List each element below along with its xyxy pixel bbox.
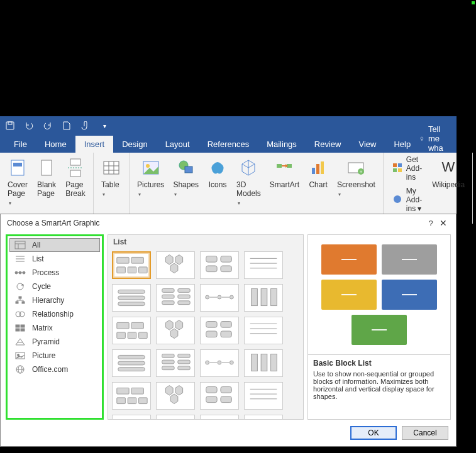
dialog-title: Choose a SmartArt Graphic (7, 219, 99, 227)
category-picture[interactable]: Picture (9, 349, 100, 363)
smartart-thumb[interactable] (156, 251, 195, 279)
blank-page-button[interactable]: BlankPage (33, 155, 60, 200)
touch-mode-icon[interactable] (80, 121, 91, 131)
smartart-dialog: Choose a SmartArt Graphic ? ✕ AllListPro… (0, 214, 457, 447)
svg-point-117 (230, 361, 233, 364)
my-addins-button[interactable]: My Add-ins ▾ (392, 187, 422, 213)
smartart-thumb[interactable] (156, 382, 195, 410)
svg-rect-109 (162, 366, 174, 370)
tab-review[interactable]: Review (306, 136, 350, 153)
chart-button[interactable]: Chart (304, 155, 332, 192)
smartart-thumb[interactable] (244, 349, 283, 377)
cycle-icon (14, 282, 26, 291)
icons-button[interactable]: Icons (204, 155, 231, 192)
svg-rect-94 (117, 332, 126, 339)
undo-icon[interactable] (24, 121, 34, 131)
smartart-thumb[interactable] (112, 415, 151, 419)
new-doc-icon[interactable] (62, 121, 72, 131)
category-list: AllListProcessCycleHierarchyRelationship… (9, 238, 100, 376)
svg-rect-9 (104, 161, 119, 174)
smartart-thumb[interactable] (244, 317, 283, 344)
category-list[interactable]: List (9, 252, 100, 266)
svg-rect-111 (178, 360, 190, 364)
svg-rect-93 (131, 322, 143, 329)
cancel-button[interactable]: Cancel (402, 426, 448, 440)
svg-rect-98 (221, 322, 231, 328)
smartart-thumb[interactable] (156, 284, 195, 312)
smartart-thumb[interactable] (244, 382, 283, 410)
tab-home[interactable]: Home (36, 136, 75, 153)
tab-file[interactable]: File (5, 136, 36, 153)
ok-button[interactable]: OK (350, 426, 397, 440)
smartart-thumb[interactable] (112, 284, 151, 312)
category-officecom[interactable]: Office.com (9, 363, 100, 376)
smartart-thumb[interactable] (200, 349, 239, 377)
svg-rect-45 (16, 302, 18, 303)
svg-rect-127 (221, 387, 231, 393)
smartart-button[interactable]: SmartArt (266, 155, 303, 192)
wikipedia-button[interactable]: WWikipedia (428, 155, 468, 192)
3d-models-button[interactable]: 3DModels (233, 155, 265, 209)
category-all[interactable]: All (9, 238, 100, 252)
redo-icon[interactable] (43, 121, 53, 131)
screenshot-button[interactable]: +Screenshot (333, 155, 379, 200)
tab-mailings[interactable]: Mailings (258, 136, 306, 153)
smartart-thumb[interactable] (200, 415, 239, 419)
smartart-thumb[interactable] (244, 251, 283, 279)
smartart-thumb[interactable] (112, 349, 151, 377)
svg-point-38 (15, 271, 18, 274)
customize-qat-icon[interactable]: ▾ (99, 121, 109, 131)
category-cycle[interactable]: Cycle (9, 280, 100, 293)
smartart-thumb[interactable] (200, 284, 239, 312)
cover-page-button[interactable]: CoverPage (4, 155, 31, 209)
close-icon[interactable]: ✕ (437, 218, 450, 228)
smartart-thumb[interactable] (200, 251, 239, 279)
help-icon[interactable]: ? (424, 219, 437, 228)
smartart-thumb[interactable] (156, 415, 195, 419)
category-pyramid[interactable]: Pyramid (9, 335, 100, 349)
preview-pane: Basic Block List Use to show non-sequent… (307, 234, 451, 420)
pictures-button[interactable]: Pictures (133, 155, 168, 200)
page-break-button[interactable]: PageBreak (62, 155, 89, 200)
smartart-icon (274, 158, 294, 178)
smartart-thumb[interactable] (112, 382, 151, 410)
smartart-thumb[interactable] (200, 317, 239, 344)
svg-rect-27 (398, 163, 402, 167)
smartart-thumb[interactable] (112, 251, 151, 279)
category-matrix[interactable]: Matrix (9, 321, 100, 335)
screenshot-icon: + (346, 158, 366, 178)
tab-insert[interactable]: Insert (75, 136, 114, 153)
smartart-thumb[interactable] (156, 349, 195, 377)
shapes-icon (176, 158, 196, 178)
tab-references[interactable]: References (199, 136, 258, 153)
svg-rect-28 (393, 168, 397, 172)
tab-help[interactable]: Help (385, 136, 419, 153)
svg-rect-18 (277, 164, 282, 168)
svg-rect-3 (11, 160, 24, 175)
tab-view[interactable]: View (350, 136, 385, 153)
save-icon[interactable] (5, 121, 15, 131)
tab-design[interactable]: Design (113, 136, 156, 153)
gallery-grid[interactable] (108, 249, 303, 419)
smartart-thumb[interactable] (244, 415, 283, 419)
tab-layout[interactable]: Layout (157, 136, 199, 153)
tell-me-text[interactable]: Tell me wha (428, 124, 449, 153)
smartart-thumb[interactable] (200, 382, 239, 410)
get-addins-button[interactable]: Get Add-ins (392, 155, 422, 182)
category-process[interactable]: Process (9, 266, 100, 280)
svg-rect-67 (139, 267, 148, 273)
category-relationship[interactable]: Relationship (9, 307, 100, 321)
table-icon (101, 158, 121, 178)
all-icon (14, 241, 26, 249)
table-button[interactable]: Table (97, 155, 125, 200)
smartart-thumb[interactable] (112, 317, 151, 344)
svg-rect-125 (139, 398, 148, 404)
smartart-thumb[interactable] (156, 317, 195, 344)
svg-rect-6 (70, 159, 80, 165)
category-hierarchy[interactable]: Hierarchy (9, 293, 100, 307)
gallery-heading: List (108, 235, 303, 249)
svg-rect-63 (117, 257, 129, 263)
smartart-thumb[interactable] (244, 284, 283, 312)
shapes-button[interactable]: Shapes (169, 155, 202, 200)
svg-rect-76 (118, 296, 145, 300)
